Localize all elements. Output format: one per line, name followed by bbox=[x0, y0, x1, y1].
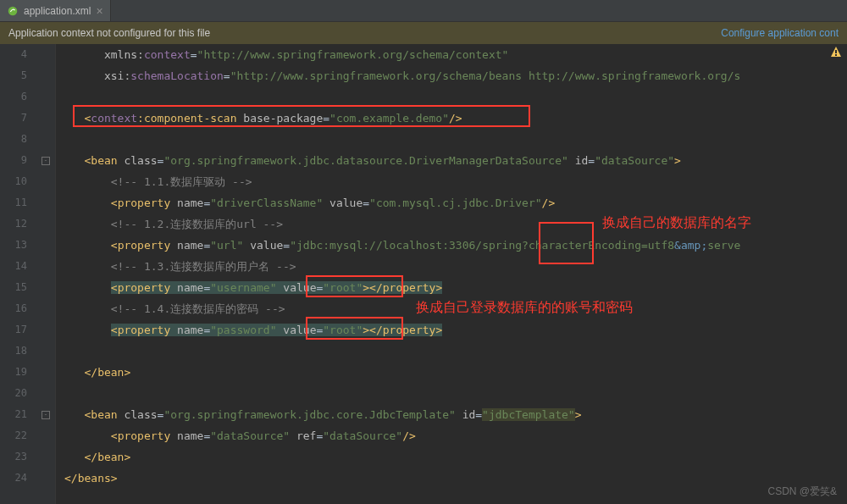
code-line: <bean class="org.springframework.jdbc.da… bbox=[64, 150, 847, 171]
tab-filename: application.xml bbox=[24, 5, 91, 17]
fold-column: - - bbox=[36, 44, 56, 504]
svg-point-0 bbox=[8, 6, 18, 15]
close-icon[interactable]: × bbox=[96, 4, 102, 18]
code-line: <property name="dataSource" ref="dataSou… bbox=[64, 425, 847, 446]
code-line: </bean> bbox=[64, 446, 847, 468]
file-tab[interactable]: application.xml × bbox=[0, 0, 111, 21]
line-number-gutter: 4 5 6 7 8 9 10 11 12 13 14 15 16 17 18 1… bbox=[0, 44, 36, 504]
notice-text: Application context not configured for t… bbox=[8, 27, 210, 39]
code-editor[interactable]: 4 5 6 7 8 9 10 11 12 13 14 15 16 17 18 1… bbox=[0, 44, 847, 504]
code-line: <context:component-scan base-package="co… bbox=[64, 108, 847, 129]
tab-bar: application.xml × bbox=[0, 0, 847, 22]
code-line: xsi:schemaLocation="http://www.springfra… bbox=[64, 65, 847, 86]
code-line: </bean> bbox=[64, 362, 847, 383]
code-line: <property name="driverClassName" value="… bbox=[64, 192, 847, 213]
code-line bbox=[64, 341, 847, 362]
code-line: <property name="username" value="root"><… bbox=[64, 277, 847, 298]
watermark: CSDN @爱笑& bbox=[767, 485, 837, 499]
code-line: <bean class="org.springframework.jdbc.co… bbox=[64, 404, 847, 425]
code-line: <!-- 1.1.数据库驱动 --> bbox=[64, 171, 847, 192]
warning-icon bbox=[830, 46, 842, 58]
notice-bar: Application context not configured for t… bbox=[0, 22, 847, 44]
code-line: </beans> bbox=[64, 468, 847, 489]
code-line: <property name="password" value="root"><… bbox=[64, 319, 847, 341]
fold-minus-icon[interactable]: - bbox=[42, 157, 50, 165]
code-line bbox=[64, 383, 847, 404]
code-line: <property name="url" value="jdbc:mysql:/… bbox=[64, 235, 847, 256]
code-line: xmlns:context="http://www.springframewor… bbox=[64, 44, 847, 65]
code-line: <!-- 1.4.连接数据库的密码 --> bbox=[64, 298, 847, 319]
svg-rect-5 bbox=[835, 54, 837, 56]
spring-file-icon bbox=[7, 5, 19, 17]
code-line: <!-- 1.3.连接数据库的用户名 --> bbox=[64, 256, 847, 277]
configure-link[interactable]: Configure application cont bbox=[721, 27, 839, 39]
fold-minus-icon[interactable]: - bbox=[42, 411, 50, 419]
code-line: <!-- 1.2.连接数据库的url --> bbox=[64, 213, 847, 235]
svg-rect-4 bbox=[835, 50, 837, 53]
code-line bbox=[64, 129, 847, 150]
code-line bbox=[64, 86, 847, 108]
code-area[interactable]: xmlns:context="http://www.springframewor… bbox=[56, 44, 847, 504]
